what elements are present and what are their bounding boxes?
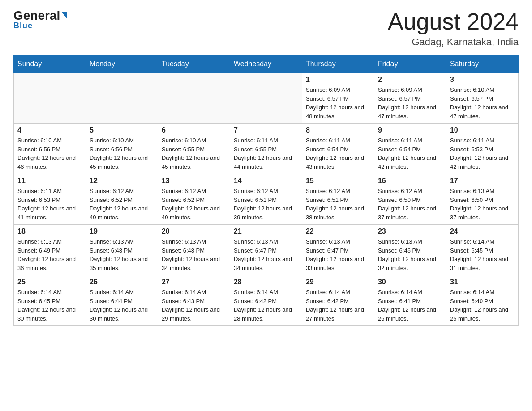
calendar-cell: 3Sunrise: 6:10 AMSunset: 6:57 PMDaylight… [446, 73, 518, 124]
day-info: Sunrise: 6:14 AMSunset: 6:44 PMDaylight:… [90, 288, 154, 323]
location-title: Gadag, Karnataka, India [388, 36, 519, 48]
calendar-cell: 25Sunrise: 6:14 AMSunset: 6:45 PMDayligh… [14, 275, 86, 326]
calendar-cell: 2Sunrise: 6:09 AMSunset: 6:57 PMDaylight… [374, 73, 446, 124]
day-info: Sunrise: 6:13 AMSunset: 6:46 PMDaylight:… [378, 237, 442, 272]
week-row-2: 4Sunrise: 6:10 AMSunset: 6:56 PMDaylight… [14, 124, 519, 174]
day-number: 7 [234, 126, 298, 134]
day-info: Sunrise: 6:13 AMSunset: 6:50 PMDaylight:… [450, 187, 515, 222]
day-number: 29 [306, 278, 370, 286]
calendar-cell: 27Sunrise: 6:14 AMSunset: 6:43 PMDayligh… [158, 275, 230, 326]
day-info: Sunrise: 6:12 AMSunset: 6:51 PMDaylight:… [306, 187, 370, 222]
day-number: 1 [306, 76, 370, 84]
day-number: 9 [378, 126, 442, 134]
day-number: 16 [378, 177, 442, 185]
week-row-5: 25Sunrise: 6:14 AMSunset: 6:45 PMDayligh… [14, 275, 519, 326]
day-info: Sunrise: 6:12 AMSunset: 6:50 PMDaylight:… [378, 187, 442, 222]
calendar-cell: 22Sunrise: 6:13 AMSunset: 6:47 PMDayligh… [302, 225, 374, 275]
week-row-1: 1Sunrise: 6:09 AMSunset: 6:57 PMDaylight… [14, 73, 519, 124]
calendar-cell [86, 73, 158, 124]
calendar-cell: 24Sunrise: 6:14 AMSunset: 6:45 PMDayligh… [446, 225, 518, 275]
logo-blue: Blue [13, 21, 33, 30]
day-info: Sunrise: 6:10 AMSunset: 6:56 PMDaylight:… [90, 136, 154, 171]
calendar-cell: 21Sunrise: 6:13 AMSunset: 6:47 PMDayligh… [230, 225, 302, 275]
day-info: Sunrise: 6:10 AMSunset: 6:55 PMDaylight:… [162, 136, 226, 171]
day-info: Sunrise: 6:13 AMSunset: 6:48 PMDaylight:… [90, 237, 154, 272]
logo: General Blue [13, 9, 67, 30]
day-number: 12 [90, 177, 154, 185]
day-number: 6 [162, 126, 226, 134]
day-info: Sunrise: 6:11 AMSunset: 6:53 PMDaylight:… [450, 136, 515, 171]
calendar-cell [230, 73, 302, 124]
day-number: 31 [450, 278, 515, 286]
calendar-cell: 11Sunrise: 6:11 AMSunset: 6:53 PMDayligh… [14, 174, 86, 225]
day-number: 26 [90, 278, 154, 286]
calendar-cell: 26Sunrise: 6:14 AMSunset: 6:44 PMDayligh… [86, 275, 158, 326]
week-row-3: 11Sunrise: 6:11 AMSunset: 6:53 PMDayligh… [14, 174, 519, 225]
week-row-4: 18Sunrise: 6:13 AMSunset: 6:49 PMDayligh… [14, 225, 519, 275]
day-number: 14 [234, 177, 298, 185]
day-info: Sunrise: 6:14 AMSunset: 6:45 PMDaylight:… [450, 237, 515, 272]
day-info: Sunrise: 6:14 AMSunset: 6:43 PMDaylight:… [162, 288, 226, 323]
day-number: 23 [378, 227, 442, 235]
day-info: Sunrise: 6:14 AMSunset: 6:45 PMDaylight:… [17, 288, 82, 323]
calendar-cell: 17Sunrise: 6:13 AMSunset: 6:50 PMDayligh… [446, 174, 518, 225]
day-info: Sunrise: 6:11 AMSunset: 6:54 PMDaylight:… [378, 136, 442, 171]
day-number: 30 [378, 278, 442, 286]
calendar-cell: 4Sunrise: 6:10 AMSunset: 6:56 PMDaylight… [14, 124, 86, 174]
day-info: Sunrise: 6:13 AMSunset: 6:48 PMDaylight:… [162, 237, 226, 272]
day-info: Sunrise: 6:11 AMSunset: 6:54 PMDaylight:… [306, 136, 370, 171]
col-tuesday: Tuesday [158, 56, 230, 73]
col-saturday: Saturday [446, 56, 518, 73]
calendar-cell: 1Sunrise: 6:09 AMSunset: 6:57 PMDaylight… [302, 73, 374, 124]
col-friday: Friday [374, 56, 446, 73]
day-number: 18 [17, 227, 82, 235]
calendar-cell: 8Sunrise: 6:11 AMSunset: 6:54 PMDaylight… [302, 124, 374, 174]
calendar-cell: 12Sunrise: 6:12 AMSunset: 6:52 PMDayligh… [86, 174, 158, 225]
day-number: 22 [306, 227, 370, 235]
calendar-cell: 23Sunrise: 6:13 AMSunset: 6:46 PMDayligh… [374, 225, 446, 275]
day-number: 21 [234, 227, 298, 235]
calendar-cell: 6Sunrise: 6:10 AMSunset: 6:55 PMDaylight… [158, 124, 230, 174]
calendar-cell: 16Sunrise: 6:12 AMSunset: 6:50 PMDayligh… [374, 174, 446, 225]
calendar-cell: 19Sunrise: 6:13 AMSunset: 6:48 PMDayligh… [86, 225, 158, 275]
calendar-cell: 31Sunrise: 6:14 AMSunset: 6:40 PMDayligh… [446, 275, 518, 326]
day-number: 10 [450, 126, 515, 134]
day-number: 13 [162, 177, 226, 185]
calendar-cell [158, 73, 230, 124]
month-title: August 2024 [388, 9, 519, 34]
calendar-cell: 7Sunrise: 6:11 AMSunset: 6:55 PMDaylight… [230, 124, 302, 174]
calendar-cell: 18Sunrise: 6:13 AMSunset: 6:49 PMDayligh… [14, 225, 86, 275]
day-number: 25 [17, 278, 82, 286]
day-number: 8 [306, 126, 370, 134]
col-monday: Monday [86, 56, 158, 73]
day-info: Sunrise: 6:14 AMSunset: 6:42 PMDaylight:… [234, 288, 298, 323]
day-number: 4 [17, 126, 82, 134]
calendar-cell: 14Sunrise: 6:12 AMSunset: 6:51 PMDayligh… [230, 174, 302, 225]
day-info: Sunrise: 6:14 AMSunset: 6:42 PMDaylight:… [306, 288, 370, 323]
calendar-cell: 5Sunrise: 6:10 AMSunset: 6:56 PMDaylight… [86, 124, 158, 174]
col-thursday: Thursday [302, 56, 374, 73]
day-info: Sunrise: 6:09 AMSunset: 6:57 PMDaylight:… [378, 86, 442, 120]
day-number: 11 [17, 177, 82, 185]
col-sunday: Sunday [14, 56, 86, 73]
calendar-header-row: Sunday Monday Tuesday Wednesday Thursday… [14, 56, 519, 73]
day-info: Sunrise: 6:13 AMSunset: 6:47 PMDaylight:… [234, 237, 298, 272]
day-number: 19 [90, 227, 154, 235]
day-info: Sunrise: 6:14 AMSunset: 6:41 PMDaylight:… [378, 288, 442, 323]
day-number: 2 [378, 76, 442, 84]
calendar-cell [14, 73, 86, 124]
day-info: Sunrise: 6:14 AMSunset: 6:40 PMDaylight:… [450, 288, 515, 323]
calendar-cell: 15Sunrise: 6:12 AMSunset: 6:51 PMDayligh… [302, 174, 374, 225]
day-info: Sunrise: 6:13 AMSunset: 6:47 PMDaylight:… [306, 237, 370, 272]
day-info: Sunrise: 6:10 AMSunset: 6:57 PMDaylight:… [450, 86, 515, 120]
day-number: 3 [450, 76, 515, 84]
day-number: 28 [234, 278, 298, 286]
header: General Blue August 2024 Gadag, Karnatak… [13, 9, 519, 48]
day-number: 27 [162, 278, 226, 286]
day-info: Sunrise: 6:12 AMSunset: 6:51 PMDaylight:… [234, 187, 298, 222]
day-info: Sunrise: 6:13 AMSunset: 6:49 PMDaylight:… [17, 237, 82, 272]
calendar-cell: 13Sunrise: 6:12 AMSunset: 6:52 PMDayligh… [158, 174, 230, 225]
calendar-cell: 28Sunrise: 6:14 AMSunset: 6:42 PMDayligh… [230, 275, 302, 326]
day-number: 20 [162, 227, 226, 235]
day-info: Sunrise: 6:11 AMSunset: 6:53 PMDaylight:… [17, 187, 82, 222]
